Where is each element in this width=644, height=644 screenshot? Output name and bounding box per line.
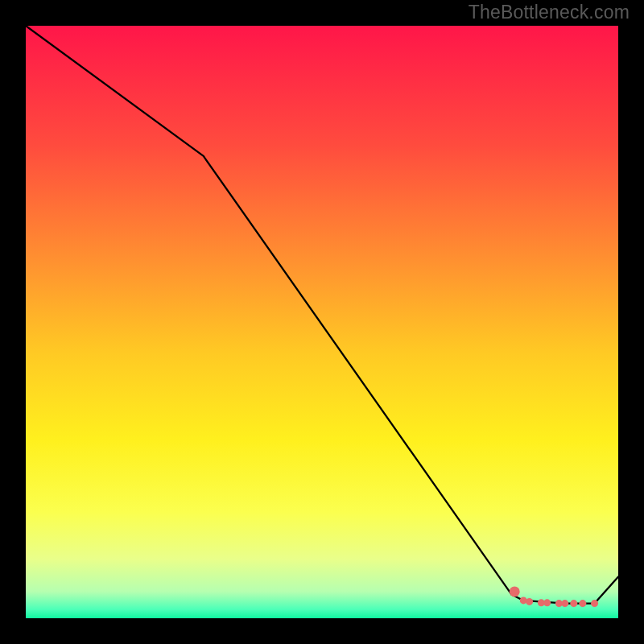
highlight-dot xyxy=(579,600,586,607)
watermark-text: TheBottleneck.com xyxy=(469,2,630,23)
highlight-dot xyxy=(510,586,520,597)
highlight-dot xyxy=(526,598,533,605)
highlight-dot xyxy=(591,600,598,607)
highlight-dot xyxy=(543,599,551,606)
chart-frame: TheBottleneck.com xyxy=(0,0,644,644)
chart-plot-area xyxy=(26,26,618,618)
gradient-background xyxy=(26,26,618,618)
chart-svg xyxy=(26,26,618,618)
highlight-dot xyxy=(561,600,568,607)
highlight-dot xyxy=(570,600,577,607)
